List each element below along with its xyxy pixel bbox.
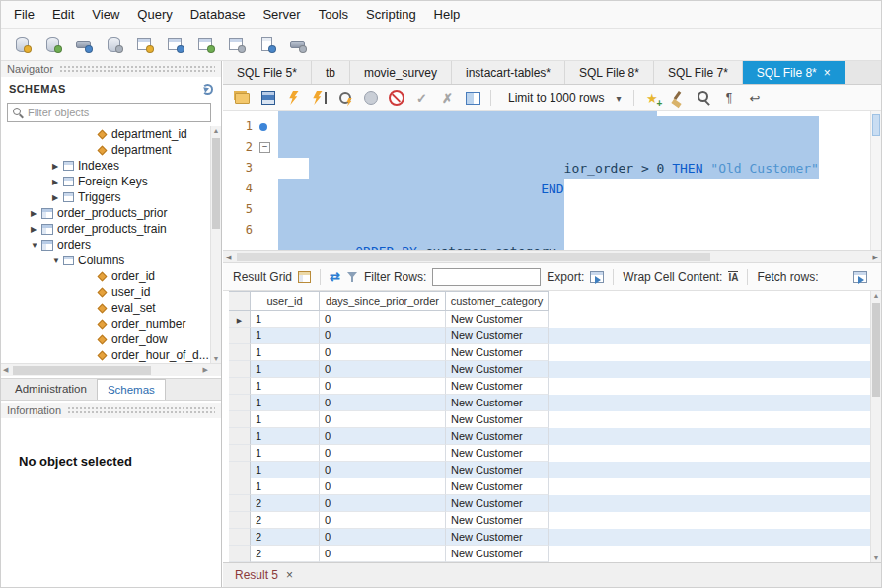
sidebar-tab[interactable]: Administration <box>5 379 97 400</box>
search-objects-icon[interactable] <box>254 33 279 56</box>
scrollbar-thumb[interactable] <box>237 253 710 261</box>
cell-user-id[interactable]: 1 <box>251 311 320 328</box>
cell-customer-category[interactable]: New Customer <box>446 495 549 512</box>
result-tab[interactable]: Result 5 <box>235 568 278 582</box>
table-row[interactable]: 1 0 New Customer <box>229 462 870 478</box>
menu-item[interactable]: Query <box>128 1 181 28</box>
close-result-tab-icon[interactable]: × <box>286 568 293 582</box>
new-sql-tab-icon[interactable] <box>9 33 35 56</box>
table-row[interactable]: 1 0 New Customer <box>229 395 870 411</box>
tree-item[interactable]: order_dow <box>1 331 221 347</box>
cell-user-id[interactable]: 2 <box>251 512 320 529</box>
scroll-down-icon[interactable]: ▼ <box>871 554 881 561</box>
tree-item[interactable]: order_number <box>1 316 221 331</box>
scroll-up-icon[interactable]: ▲ <box>211 127 221 134</box>
menu-item[interactable]: Help <box>425 1 470 28</box>
cell-days-since-prior-order[interactable]: 0 <box>320 512 446 529</box>
table-row[interactable]: 1 0 New Customer <box>229 378 870 395</box>
close-tab-icon[interactable]: × <box>824 67 831 79</box>
cell-customer-category[interactable]: New Customer <box>446 462 549 478</box>
cell-user-id[interactable]: 1 <box>251 428 320 445</box>
explain-icon[interactable] <box>333 88 356 109</box>
cell-days-since-prior-order[interactable]: 0 <box>320 411 446 428</box>
expander-icon[interactable] <box>52 193 63 202</box>
row-selector[interactable] <box>229 344 251 361</box>
cell-customer-category[interactable]: New Customer <box>446 512 549 529</box>
expander-icon[interactable] <box>31 241 41 250</box>
menu-item[interactable]: View <box>83 1 128 28</box>
refresh-results-icon[interactable] <box>330 269 340 284</box>
row-selector[interactable] <box>229 361 251 378</box>
row-selector[interactable] <box>229 529 251 546</box>
row-selector[interactable] <box>229 462 251 478</box>
wrap-cell-content-icon[interactable]: IA <box>728 271 738 283</box>
open-sql-script-icon[interactable] <box>39 33 65 56</box>
scroll-down-icon[interactable]: ▼ <box>211 355 221 362</box>
row-selector[interactable] <box>229 478 251 495</box>
limit-rows-dropdown[interactable]: Limit to 1000 rows <box>501 89 627 107</box>
result-vertical-scrollbar[interactable]: ▲ ▼ <box>870 291 881 562</box>
sql-editor[interactable]: 1 SELECT user_id, days_since_prior_order… <box>223 111 870 250</box>
cell-customer-category[interactable]: New Customer <box>446 411 549 428</box>
execute-icon[interactable] <box>282 88 305 109</box>
save-script-icon[interactable] <box>257 88 279 109</box>
sidebar-tab[interactable]: Schemas <box>97 379 166 400</box>
table-row[interactable]: 1 0 New Customer <box>229 411 870 428</box>
wrap-text-icon[interactable] <box>743 88 766 109</box>
manage-connections-icon[interactable] <box>284 33 310 56</box>
stop-on-error-icon[interactable] <box>385 88 407 109</box>
tree-item[interactable]: order_id <box>1 268 221 284</box>
scrollbar-thumb[interactable] <box>13 366 151 375</box>
export-icon[interactable] <box>590 271 604 283</box>
scrollbar-thumb[interactable] <box>872 303 880 397</box>
scroll-right-icon[interactable]: ▶ <box>203 366 208 374</box>
column-header[interactable]: user_id <box>251 291 320 311</box>
tree-item[interactable]: orders <box>1 237 221 253</box>
editor-tab[interactable]: tb <box>312 61 350 84</box>
scroll-up-icon[interactable]: ▲ <box>871 292 881 299</box>
cell-customer-category[interactable]: New Customer <box>446 328 549 344</box>
expander-icon[interactable] <box>52 178 63 186</box>
expander-icon[interactable] <box>52 162 63 171</box>
cell-user-id[interactable]: 1 <box>251 378 320 395</box>
find-icon[interactable] <box>692 88 714 109</box>
cell-user-id[interactable]: 2 <box>251 529 320 546</box>
cell-customer-category[interactable]: New Customer <box>446 311 549 328</box>
table-row[interactable]: 2 0 New Customer <box>229 546 870 562</box>
cell-user-id[interactable]: 1 <box>251 328 320 344</box>
editor-tab[interactable]: SQL File 5* <box>223 61 312 84</box>
commit-icon[interactable] <box>410 88 433 109</box>
row-selector[interactable] <box>229 546 251 562</box>
editor-tab[interactable]: instacart-tables* <box>452 61 565 84</box>
cell-days-since-prior-order[interactable]: 0 <box>320 546 446 562</box>
table-row[interactable]: 1 0 New Customer <box>229 328 870 344</box>
code-line[interactable]: 6 ORDER BY customer_category; <box>223 220 870 241</box>
cell-days-since-prior-order[interactable]: 0 <box>320 395 446 411</box>
scroll-left-icon[interactable]: ◀ <box>3 366 8 374</box>
table-row[interactable]: 1 0 New Customer <box>229 344 870 361</box>
expander-icon[interactable] <box>31 209 41 218</box>
tree-item[interactable]: order_products_train <box>1 221 221 237</box>
editor-tab[interactable]: SQL File 7* <box>654 61 743 84</box>
menu-item[interactable]: Database <box>182 1 255 28</box>
table-row[interactable]: 1 0 New Customer <box>229 361 870 378</box>
row-selector[interactable] <box>229 311 251 328</box>
scroll-right-icon[interactable]: ▶ <box>873 254 878 261</box>
table-row[interactable]: 2 0 New Customer <box>229 495 870 512</box>
beautify-icon[interactable] <box>666 88 689 109</box>
cell-user-id[interactable]: 1 <box>251 411 320 428</box>
menu-item[interactable]: Server <box>254 1 309 28</box>
cell-user-id[interactable]: 1 <box>251 361 320 378</box>
row-selector[interactable] <box>229 428 251 445</box>
cell-days-since-prior-order[interactable]: 0 <box>320 428 446 445</box>
table-row[interactable]: 2 0 New Customer <box>229 512 870 529</box>
tree-item[interactable]: department <box>1 142 221 158</box>
column-header[interactable]: customer_category <box>446 291 549 311</box>
cell-customer-category[interactable]: New Customer <box>446 395 549 411</box>
tree-item[interactable]: Foreign Keys <box>1 174 221 189</box>
row-selector[interactable] <box>229 395 251 411</box>
refresh-schemas-icon[interactable] <box>202 84 213 95</box>
autocommit-icon[interactable] <box>462 88 484 109</box>
scrollbar-thumb[interactable] <box>212 138 220 229</box>
tree-item[interactable]: user_id <box>1 284 221 300</box>
